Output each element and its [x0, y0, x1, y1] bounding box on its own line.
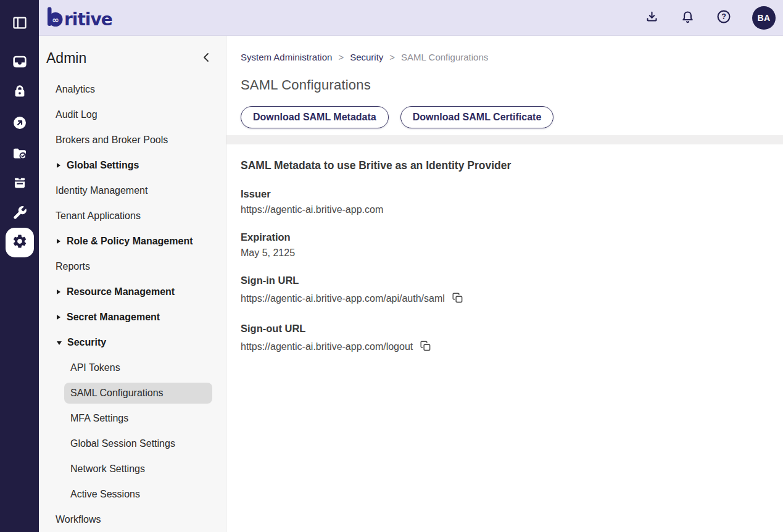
top-bar: ∞ ritive — [39, 0, 783, 36]
sidebar-item-active-sessions[interactable]: Active Sessions — [39, 481, 226, 507]
help-button[interactable]: ? — [716, 9, 732, 27]
sidebar-item-global-session-settings[interactable]: Global Session Settings — [39, 431, 226, 456]
download-saml-metadata-button[interactable]: Download SAML Metadata — [241, 106, 389, 128]
rail-item-secrets[interactable] — [0, 175, 39, 193]
user-avatar[interactable]: BA — [752, 6, 776, 30]
rail-item-tools[interactable] — [0, 205, 39, 223]
sidebar-item-audit-log[interactable]: Audit Log — [39, 102, 226, 127]
notifications-button[interactable] — [680, 9, 695, 27]
sidebar-item-brokers[interactable]: Brokers and Broker Pools — [39, 127, 226, 152]
wrench-icon — [12, 205, 28, 223]
field-value: https://agentic-ai.britive-app.com — [241, 204, 383, 215]
breadcrumb: System Administration > Security > SAML … — [241, 52, 783, 62]
field-sign-in-url: Sign-in URL https://agentic-ai.britive-a… — [241, 275, 783, 307]
sidebar-title: Admin — [46, 50, 86, 67]
caret-right-icon — [57, 315, 60, 320]
rail-item-workspace[interactable] — [0, 54, 39, 72]
settings-gear-icon — [12, 233, 28, 252]
saml-metadata-section: SAML Metadata to use Britive as an Ident… — [226, 144, 783, 355]
sidebar-item-api-tokens[interactable]: API Tokens — [39, 355, 226, 380]
sidebar-item-security[interactable]: Security — [39, 330, 226, 355]
caret-right-icon — [57, 239, 60, 244]
breadcrumb-system-administration[interactable]: System Administration — [241, 52, 332, 62]
rail-item-resources[interactable] — [0, 145, 39, 164]
sidebar-collapse-button[interactable] — [201, 51, 211, 66]
sidebar-item-network-settings[interactable]: Network Settings — [39, 456, 226, 481]
sidebar-item-global-settings[interactable]: Global Settings — [39, 152, 226, 178]
svg-text:∞: ∞ — [52, 14, 59, 24]
breadcrumb-security[interactable]: Security — [350, 52, 383, 62]
folder-check-icon — [12, 145, 28, 164]
field-label: Expiration — [241, 231, 783, 243]
field-label: Sign-out URL — [241, 323, 783, 335]
rail-item-admin-settings-active[interactable] — [6, 228, 34, 257]
main-content: System Administration > Security > SAML … — [226, 36, 783, 532]
lock-icon — [12, 83, 28, 102]
svg-text:?: ? — [721, 12, 726, 21]
chevron-left-icon — [202, 52, 210, 65]
sidebar-item-identity-management[interactable]: Identity Management — [39, 178, 226, 203]
rail-item-launch[interactable] — [0, 115, 39, 133]
rail-item-security[interactable] — [0, 83, 39, 102]
section-divider — [226, 135, 783, 144]
sidebar-item-resource-management[interactable]: Resource Management — [39, 279, 226, 304]
notifications-bell-icon — [680, 9, 695, 27]
help-icon: ? — [716, 9, 732, 27]
britive-logo-text: ritive — [64, 11, 112, 28]
copy-sign-in-url-button[interactable] — [450, 291, 465, 307]
download-button[interactable] — [644, 9, 660, 27]
page-header: System Administration > Security > SAML … — [226, 36, 783, 128]
field-label: Sign-in URL — [241, 275, 783, 286]
sidebar-item-role-policy-management[interactable]: Role & Policy Management — [39, 228, 226, 254]
caret-down-icon — [57, 341, 62, 345]
copy-icon — [452, 292, 463, 305]
field-value: https://agentic-ai.britive-app.com/api/a… — [241, 293, 445, 304]
field-value: https://agentic-ai.britive-app.com/logou… — [241, 341, 413, 352]
workspace-icon — [12, 54, 28, 72]
field-label: Issuer — [241, 188, 783, 200]
sidebar-item-tenant-applications[interactable]: Tenant Applications — [39, 203, 226, 228]
britive-logo[interactable]: ∞ ritive — [46, 6, 112, 30]
icon-rail — [0, 0, 39, 532]
breadcrumb-separator: > — [389, 52, 395, 62]
field-issuer: Issuer https://agentic-ai.britive-app.co… — [241, 188, 783, 215]
sidebar-toggle-button[interactable] — [0, 15, 39, 33]
sidebar-toggle-icon — [12, 15, 28, 33]
sidebar-item-secret-management[interactable]: Secret Management — [39, 304, 226, 330]
admin-sidebar: Admin Analytics Audit Log Brokers and Br… — [39, 36, 226, 532]
breadcrumb-separator: > — [338, 52, 344, 62]
breadcrumb-current: SAML Configurations — [401, 52, 488, 62]
sidebar-nav: Analytics Audit Log Brokers and Broker P… — [39, 77, 226, 532]
field-sign-out-url: Sign-out URL https://agentic-ai.britive-… — [241, 323, 783, 355]
caret-right-icon — [57, 289, 60, 294]
caret-right-icon — [57, 163, 60, 168]
archive-box-icon — [12, 175, 28, 193]
field-value: May 5, 2125 — [241, 247, 295, 259]
britive-logo-mark-icon: ∞ — [46, 6, 64, 30]
sidebar-header: Admin — [39, 36, 226, 67]
topbar-actions: ? BA — [644, 6, 776, 30]
page-title: SAML Configurations — [241, 77, 783, 93]
sidebar-item-saml-configurations[interactable]: SAML Configurations — [64, 383, 212, 404]
copy-sign-out-url-button[interactable] — [418, 339, 433, 355]
download-saml-certificate-button[interactable]: Download SAML Certificate — [400, 106, 554, 128]
sidebar-item-analytics[interactable]: Analytics — [39, 77, 226, 102]
sidebar-item-reports[interactable]: Reports — [39, 254, 226, 279]
copy-icon — [420, 340, 431, 354]
launch-icon — [12, 115, 28, 133]
sidebar-item-mfa-settings[interactable]: MFA Settings — [39, 405, 226, 431]
action-buttons: Download SAML Metadata Download SAML Cer… — [241, 106, 783, 128]
field-expiration: Expiration May 5, 2125 — [241, 231, 783, 259]
download-icon — [644, 9, 660, 27]
section-heading: SAML Metadata to use Britive as an Ident… — [241, 159, 783, 172]
sidebar-item-workflows[interactable]: Workflows — [39, 507, 226, 532]
